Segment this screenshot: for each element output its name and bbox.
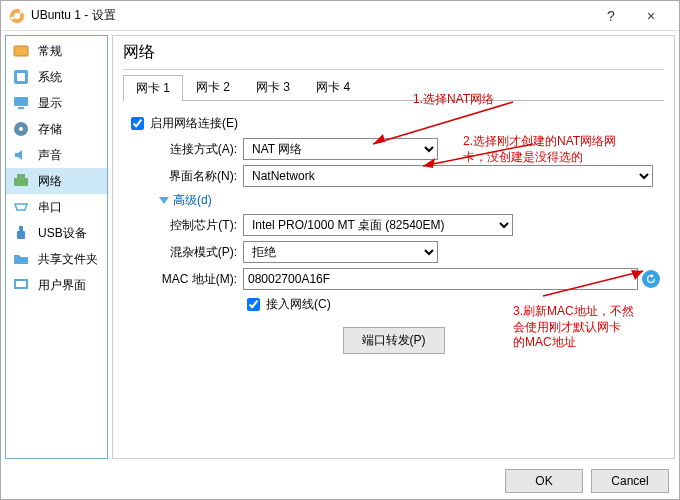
refresh-mac-button[interactable] [642,270,660,288]
cancel-button[interactable]: Cancel [591,469,669,493]
sidebar-item-ui[interactable]: 用户界面 [6,272,107,298]
sidebar: 常规 系统 显示 存储 声音 网络 串口 USB设备 共享文件夹 用户界面 [5,35,108,459]
sidebar-label: 用户界面 [38,277,86,294]
folder-icon [12,250,30,268]
svg-rect-13 [19,226,23,231]
cable-label: 接入网线(C) [266,296,331,313]
interface-name-select[interactable]: NatNetwork [243,165,653,187]
adapter-type-select[interactable]: Intel PRO/1000 MT 桌面 (82540EM) [243,214,513,236]
svg-rect-11 [14,178,28,186]
svg-point-2 [19,10,22,13]
dialog-buttons: OK Cancel [505,469,669,493]
network-icon [12,172,30,190]
ctrl-label: 控制芯片(T): [147,217,237,234]
promiscuous-mode-select[interactable]: 拒绝 [243,241,438,263]
iface-label: 界面名称(N): [147,168,237,185]
svg-point-3 [11,16,14,19]
port-forward-button[interactable]: 端口转发(P) [343,327,445,354]
sidebar-item-general[interactable]: 常规 [6,38,107,64]
system-icon [12,68,30,86]
svg-rect-12 [17,174,25,178]
enable-network-label: 启用网络连接(E) [150,115,238,132]
attached-to-select[interactable]: NAT 网络 [243,138,438,160]
mac-address-input[interactable] [243,268,638,290]
sidebar-item-network[interactable]: 网络 [6,168,107,194]
window-title: UBuntu 1 - 设置 [31,7,591,24]
display-icon [12,94,30,112]
usb-icon [12,224,30,242]
cable-connected-checkbox[interactable] [247,298,260,311]
ui-icon [12,276,30,294]
sidebar-item-display[interactable]: 显示 [6,90,107,116]
conn-label: 连接方式(A): [147,141,237,158]
svg-rect-4 [14,46,28,56]
general-icon [12,42,30,60]
tab-adapter2[interactable]: 网卡 2 [183,74,243,100]
storage-icon [12,120,30,138]
sidebar-label: 显示 [38,95,62,112]
sidebar-label: 声音 [38,147,62,164]
advanced-toggle[interactable]: 高级(d) [159,192,212,209]
sidebar-item-audio[interactable]: 声音 [6,142,107,168]
sidebar-item-storage[interactable]: 存储 [6,116,107,142]
sidebar-item-system[interactable]: 系统 [6,64,107,90]
tab-adapter3[interactable]: 网卡 3 [243,74,303,100]
app-icon [9,8,25,24]
titlebar: UBuntu 1 - 设置 ? × [1,1,679,31]
prom-label: 混杂模式(P): [147,244,237,261]
sidebar-label: 存储 [38,121,62,138]
ok-button[interactable]: OK [505,469,583,493]
sidebar-item-serial[interactable]: 串口 [6,194,107,220]
sidebar-label: USB设备 [38,225,87,242]
adapter-tabs: 网卡 1 网卡 2 网卡 3 网卡 4 [123,74,664,101]
sidebar-label: 串口 [38,199,62,216]
sidebar-label: 共享文件夹 [38,251,98,268]
svg-point-10 [19,127,23,131]
sidebar-item-usb[interactable]: USB设备 [6,220,107,246]
svg-rect-7 [14,97,28,106]
sidebar-item-shared[interactable]: 共享文件夹 [6,246,107,272]
content-panel: 网络 网卡 1 网卡 2 网卡 3 网卡 4 启用网络连接(E) 连接方式(A)… [112,35,675,459]
close-button[interactable]: × [631,8,671,24]
sidebar-label: 常规 [38,43,62,60]
chevron-down-icon [159,197,169,204]
enable-network-checkbox[interactable] [131,117,144,130]
svg-rect-8 [18,107,24,109]
sidebar-label: 系统 [38,69,62,86]
page-title: 网络 [123,42,664,70]
svg-rect-16 [16,281,26,287]
svg-rect-6 [17,73,25,81]
tab-adapter4[interactable]: 网卡 4 [303,74,363,100]
help-button[interactable]: ? [591,8,631,24]
tab-adapter1[interactable]: 网卡 1 [123,75,183,101]
svg-point-1 [14,12,20,18]
serial-icon [12,198,30,216]
svg-rect-14 [17,231,25,239]
mac-label: MAC 地址(M): [147,271,237,288]
audio-icon [12,146,30,164]
sidebar-label: 网络 [38,173,62,190]
